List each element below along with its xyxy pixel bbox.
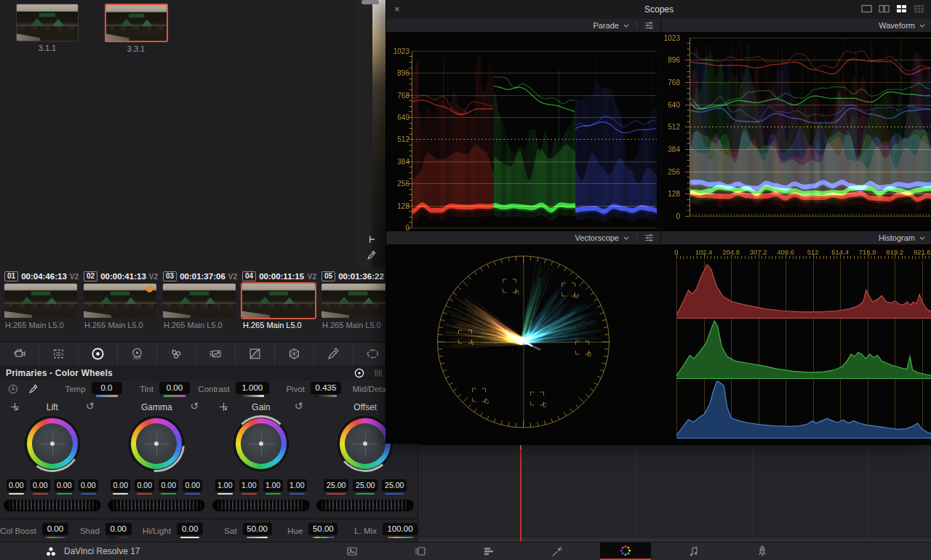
timeline-playhead[interactable]: [520, 445, 522, 541]
wheel-value-box[interactable]: 0.00: [55, 479, 74, 492]
camera-raw-tool-icon[interactable]: [0, 343, 39, 365]
clip-thumbnail[interactable]: [163, 284, 236, 318]
color-wheel-gamma[interactable]: [131, 418, 182, 469]
wheel-value-box[interactable]: 1.00: [287, 479, 307, 492]
wheel-value-box[interactable]: 0.00: [159, 479, 178, 492]
wheel-value-box[interactable]: 25.00: [382, 479, 407, 492]
wheel-value-box[interactable]: 1.00: [215, 479, 235, 492]
scope-type-dropdown[interactable]: Vectorscope: [575, 233, 619, 242]
wheel-value-box[interactable]: 0.00: [79, 479, 98, 492]
adjust-value-box[interactable]: 0.435: [311, 382, 341, 394]
wheel-center-dot[interactable]: [154, 441, 159, 446]
clip-thumbnail-image: [106, 5, 167, 41]
auto-balance-icon[interactable]: A: [7, 383, 19, 395]
wheel-reset-icon[interactable]: ↺: [295, 401, 303, 411]
wheel-inner[interactable]: [345, 423, 385, 464]
layout-grid-icon[interactable]: [914, 4, 924, 13]
scope-type-dropdown[interactable]: Waveform: [879, 21, 915, 30]
adjust-underline: [96, 395, 118, 397]
wheel-reset-icon[interactable]: ↺: [86, 401, 95, 411]
wheel-picker-icon[interactable]: [219, 402, 228, 412]
timeline-clip[interactable]: 0200:00:41:13V2H.265 Main L5.0: [83, 269, 159, 342]
bars-mode-icon[interactable]: [372, 367, 384, 379]
sizing-tool-icon[interactable]: [39, 343, 79, 365]
wheel-value-box[interactable]: 0.00: [183, 479, 202, 492]
scope-type-dropdown[interactable]: Histogram: [879, 233, 915, 242]
motion-effects-tool-icon[interactable]: [196, 343, 236, 365]
curves-tool-icon[interactable]: [236, 343, 275, 365]
adjust-value-box[interactable]: 0.00: [159, 382, 190, 394]
adjust-value-box[interactable]: 0.00: [105, 523, 132, 535]
page-cut-button[interactable]: [395, 543, 446, 560]
scopes-titlebar[interactable]: × Scopes: [386, 0, 931, 20]
color-wheel-gain[interactable]: [236, 418, 287, 469]
adjust-value-box[interactable]: 0.0: [92, 382, 122, 394]
adjust-value-box[interactable]: 100.00: [383, 523, 417, 535]
timeline-clip[interactable]: 0400:00:11:15V2H.265 Main L5.0: [241, 269, 317, 342]
wheel-value-box[interactable]: 0.00: [31, 479, 50, 492]
wheels-mode-icon[interactable]: [353, 367, 365, 379]
adjust-value-box[interactable]: 0.00: [177, 523, 203, 535]
wheel-reset-icon[interactable]: ↺: [190, 401, 199, 411]
wheel-scrub-wheel[interactable]: [4, 500, 100, 511]
wheel-value-box[interactable]: 0.00: [111, 479, 130, 492]
clip-thumbnail[interactable]: [321, 284, 394, 318]
layout-four-up-icon[interactable]: [896, 4, 907, 13]
page-edit-button[interactable]: [463, 543, 514, 560]
clip-thumbnail[interactable]: [242, 284, 315, 318]
wheel-center-dot[interactable]: [50, 441, 55, 446]
timeline-clip[interactable]: 0300:01:37:06V2H.265 Main L5.0: [162, 269, 238, 342]
scope-settings-icon[interactable]: [644, 21, 654, 30]
wheel-value-box[interactable]: 25.00: [353, 479, 377, 492]
qualifier-tool-icon[interactable]: [314, 343, 353, 365]
scope-type-dropdown[interactable]: Parade: [594, 21, 619, 30]
page-fairlight-button[interactable]: [668, 543, 719, 560]
wheel-inner[interactable]: [32, 423, 73, 464]
wheel-value-box[interactable]: 1.00: [263, 479, 283, 492]
page-media-button[interactable]: [327, 543, 377, 560]
adjust-value-box[interactable]: 50.00: [308, 523, 337, 535]
wheel-scrub-wheel[interactable]: [317, 500, 414, 511]
color-wheels-section: Lift↺0.000.000.000.00Gamma↺0.000.000.000…: [0, 398, 417, 519]
page-fusion-button[interactable]: [532, 543, 583, 560]
waveform-scale-label: 896: [660, 56, 680, 64]
adjust-value-box[interactable]: 0.00: [42, 523, 68, 535]
clip-thumbnail[interactable]: [84, 284, 156, 318]
hdr-grade-tool-icon[interactable]: HDR: [118, 343, 157, 365]
wheel-value-box[interactable]: 0.00: [7, 479, 26, 492]
wheel-scrub-wheel[interactable]: [108, 500, 205, 511]
rgb-mixer-tool-icon[interactable]: [157, 343, 196, 365]
gallery-still[interactable]: 3.3.1: [105, 4, 167, 53]
wheel-value-box[interactable]: 1.00: [239, 479, 259, 492]
wheel-inner[interactable]: [136, 423, 177, 464]
clip-thumbnail[interactable]: [4, 284, 77, 318]
wheel-center-dot[interactable]: [363, 441, 367, 446]
page-color-button[interactable]: [600, 543, 651, 560]
color-warper-tool-icon[interactable]: [275, 343, 314, 365]
gallery-still[interactable]: 3.1.1: [16, 4, 79, 53]
layout-two-up-icon[interactable]: [879, 4, 890, 13]
layout-single-icon[interactable]: [861, 4, 872, 13]
scope-settings-icon[interactable]: [644, 233, 654, 242]
timeline-clip[interactable]: 0100:04:46:13V2H.265 Main L5.0: [4, 269, 79, 342]
viewer-divider-handle[interactable]: [361, 0, 379, 4]
color-wheel-offset[interactable]: [340, 418, 391, 469]
timeline-area[interactable]: [417, 442, 931, 545]
wheel-value-box[interactable]: 25.00: [324, 479, 348, 492]
adjust-label: Col Boost: [0, 527, 36, 535]
adjust-value-box[interactable]: 1.000: [236, 382, 269, 394]
eyedropper-icon[interactable]: [366, 249, 377, 261]
adjust-underline: [247, 537, 268, 539]
wheel-center-dot[interactable]: [259, 441, 263, 446]
wheel-value: 0.00: [55, 479, 74, 495]
color-wheels-tool-icon[interactable]: [79, 343, 118, 365]
adjust-value-box[interactable]: 50.00: [243, 523, 272, 535]
wheel-scrub-wheel[interactable]: [212, 500, 309, 511]
color-wheel-lift[interactable]: [27, 418, 78, 469]
wheel-inner[interactable]: [241, 423, 281, 464]
wheel-value-box[interactable]: 0.00: [135, 479, 154, 492]
wheel-picker-icon[interactable]: [10, 402, 20, 412]
wipe-handle-icon[interactable]: [366, 233, 377, 245]
wb-picker-icon[interactable]: [28, 383, 39, 395]
page-deliver-button[interactable]: [737, 543, 788, 560]
